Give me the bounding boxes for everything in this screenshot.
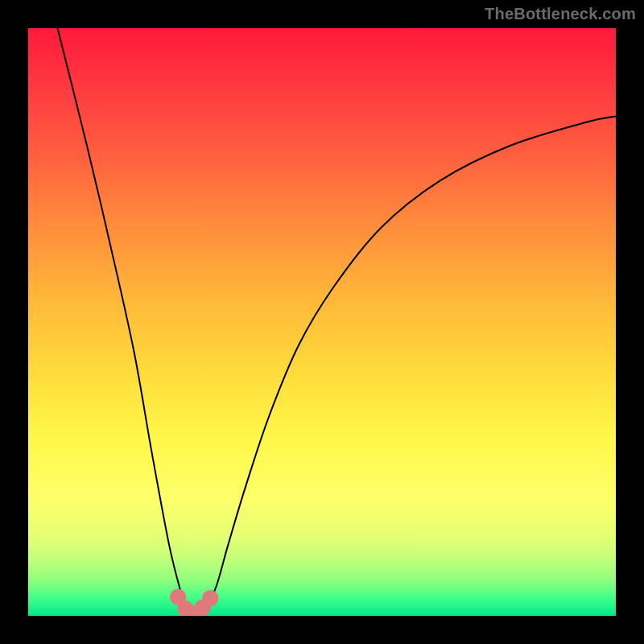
chart-frame: TheBottleneck.com <box>0 0 644 644</box>
sweet-spot-marker <box>173 592 184 602</box>
curve-svg <box>28 28 616 616</box>
bottleneck-curve <box>58 28 617 616</box>
sweet-spot-marker <box>205 593 216 604</box>
plot-area <box>28 28 616 616</box>
sweet-spot-markers <box>173 592 216 616</box>
watermark-text: TheBottleneck.com <box>485 5 636 23</box>
